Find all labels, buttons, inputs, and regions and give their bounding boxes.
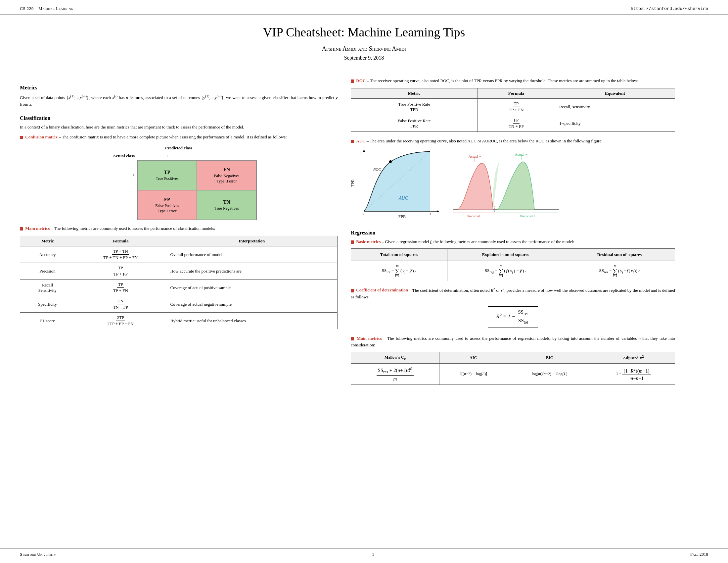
cell-fp-label: FP xyxy=(164,196,170,203)
header-course: CS 229 – Machine Learning xyxy=(20,6,73,11)
formula-adj-r2: 1 − (1−R2)(m−1) m−n−1 xyxy=(592,364,675,385)
formula-fpr: FP TN + FP xyxy=(478,115,555,132)
predicted-pos-label: Predicted + xyxy=(520,214,535,218)
roc-table-metric: Metric xyxy=(351,88,478,99)
tpr-axis-label: TPR xyxy=(351,179,355,187)
predicted-neg-label: Predicted − xyxy=(467,214,482,218)
bottom-metrics-table: Mallow's Cp AIC BIC Adjusted R2 SSres + … xyxy=(351,352,675,385)
distribution-chart: Actual − Actual + Predicted − Predi xyxy=(450,148,563,222)
predicted-class-label: Predicted class xyxy=(20,145,338,151)
formula-bic: log(m)(n+2) − 2log(L) xyxy=(507,364,592,385)
coeff-intro: Coefficient of determination – The coeff… xyxy=(351,286,675,301)
roc-curve-svg: TPR FPR 0 1 1 xyxy=(351,148,443,221)
bottom-header-bic: BIC xyxy=(507,352,592,364)
confusion-matrix-icon xyxy=(20,136,23,139)
formula-tpr: TP TP + FN xyxy=(478,99,555,115)
cell-fp-sub1: False Positives xyxy=(155,203,179,209)
predicted-class-text: Predicted class xyxy=(165,145,192,150)
footer: Stanford University 1 Fall 2018 xyxy=(0,548,728,563)
main-metrics-term: Main metrics xyxy=(25,226,50,231)
auc-desc: – The area under the receiving operating… xyxy=(367,138,603,143)
metrics-para: Given a set of data points {x(1),...,x(m… xyxy=(20,93,338,108)
basic-metrics-desc: – Given a regression model f, the follow… xyxy=(382,239,574,244)
cell-fn: FN False Negatives Type II error xyxy=(197,160,256,190)
main-metrics2-desc: – The following metrics are commonly use… xyxy=(351,336,675,348)
cell-tn-label: TN xyxy=(223,199,230,206)
table-row: False Positive RateFPR FP TN + FP 1-spec… xyxy=(351,115,675,132)
roc-table-formula: Formula xyxy=(478,88,555,99)
footer-semester: Fall 2018 xyxy=(690,552,708,557)
auc-section: AUC – The area under the receiving opera… xyxy=(351,138,675,222)
metric-accuracy: Accuracy xyxy=(20,246,75,263)
table-row: Precision TP TP + FP How accurate the po… xyxy=(20,263,338,279)
basic-metrics-icon xyxy=(351,240,354,244)
header: CS 229 – Machine Learning https://stanfo… xyxy=(0,0,728,15)
formula-aic: 2[(n+2) − log(L)] xyxy=(439,364,507,385)
footer-page-number: 1 xyxy=(372,552,374,557)
actual-class-label: Actual class xyxy=(113,153,135,159)
formula-f1: 2TP 2TP + FP + FN xyxy=(75,313,166,329)
auc-area-label: AUC xyxy=(398,196,408,201)
table-row: Accuracy TP + TN TP + TN + FP + FN Overa… xyxy=(20,246,338,263)
auc-term: AUC xyxy=(356,138,365,143)
coeff-term: Coefficient of determination xyxy=(356,288,408,293)
svg-point-5 xyxy=(389,160,392,163)
main-metrics-icon xyxy=(20,227,23,230)
metric-precision: Precision xyxy=(20,263,75,279)
auc-intro: AUC – The area under the receiving opera… xyxy=(351,138,675,144)
classification-metrics-table: Metric Formula Interpretation Accuracy T… xyxy=(20,236,338,329)
roc-table-equivalent: Equivalent xyxy=(555,88,675,99)
cell-tp: TP True Positives xyxy=(137,160,197,190)
interpretation-f1: Hybrid metric useful for unbalanced clas… xyxy=(166,313,338,329)
table-row: True Positive RateTPR TP TP + FN Recall,… xyxy=(351,99,675,115)
cell-tp-label: TP xyxy=(164,169,170,176)
metric-recall: RecallSensitivity xyxy=(20,279,75,296)
roc-icon xyxy=(351,79,354,83)
cell-tp-sub: True Positives xyxy=(156,176,179,181)
svg-marker-2 xyxy=(437,210,439,212)
main-metrics2-term: Main metrics xyxy=(357,336,382,341)
r2-formula-box: R2 = 1 − SSres SStot xyxy=(488,306,538,328)
interpretation-recall: Coverage of actual positive sample xyxy=(166,279,338,296)
confusion-matrix-intro: Confusion matrix – The confusion matrix … xyxy=(20,134,338,140)
table-row: Specificity TN TN + FP Coverage of actua… xyxy=(20,296,338,313)
cell-fp-sub2: Type I error xyxy=(158,208,176,214)
r2-formula-container: R2 = 1 − SSres SStot xyxy=(351,304,675,331)
equivalent-fpr: 1-specificity xyxy=(555,115,675,132)
right-column: ROC – The receiver operating curve, also… xyxy=(351,77,675,391)
header-url: https://stanford.edu/~shervine xyxy=(631,6,708,11)
metrics-section-title: Metrics xyxy=(20,85,338,91)
one-y-label: 1 xyxy=(359,150,361,154)
svg-marker-3 xyxy=(363,149,365,152)
predicted-minus-label: − xyxy=(197,154,256,159)
main-metrics-desc: – The following metrics are commonly use… xyxy=(51,226,215,231)
table-row: RecallSensitivity TP TP + FN Coverage of… xyxy=(20,279,338,296)
title-section: VIP Cheatsheet: Machine Learning Tips Af… xyxy=(0,15,728,71)
cell-tn: TN True Negatives xyxy=(197,190,256,220)
distribution-svg: Actual − Actual + Predicted − Predi xyxy=(450,148,563,221)
metric-tpr: True Positive RateTPR xyxy=(351,99,478,115)
footer-university: Stanford University xyxy=(20,552,56,557)
confusion-matrix-desc: – The confusion matrix is used to have a… xyxy=(59,134,287,139)
actual-pos-label: Actual + xyxy=(515,152,527,156)
formula-rss: SSres = m ∑ i=1 (yi − f(xi))2 xyxy=(564,261,675,281)
interpretation-accuracy: Overall performance of model xyxy=(166,246,338,263)
formula-cp: SSres + 2(n+1)σ̂2 m xyxy=(351,364,439,385)
formula-recall: TP TP + FN xyxy=(75,279,166,296)
interpretation-specificity: Coverage of actual negative sample xyxy=(166,296,338,313)
cell-tn-sub: True Negatives xyxy=(214,206,239,211)
confusion-grid: TP True Positives FN False Negatives Typ… xyxy=(137,160,257,220)
table-header-interpretation: Interpretation xyxy=(166,236,338,246)
roc-section: ROC – The receiver operating curve, also… xyxy=(351,77,675,132)
metric-fpr: False Positive RateFPR xyxy=(351,115,478,132)
cell-fp: FP False Positives Type I error xyxy=(137,190,197,220)
zero-label: 0 xyxy=(362,212,364,216)
cell-fn-label: FN xyxy=(223,166,230,173)
one-x-label: 1 xyxy=(429,212,431,216)
page-title: VIP Cheatsheet: Machine Learning Tips xyxy=(0,25,728,39)
reg-header-ess: Explained sum of squares xyxy=(447,249,564,261)
main-content: Metrics Given a set of data points {x(1)… xyxy=(0,71,728,417)
regression-metrics-table: Total sum of squares Explained sum of sq… xyxy=(351,248,675,281)
formula-ess: SSreg = m ∑ i=1 (f(xi) − ȳ)2 xyxy=(447,261,564,281)
formula-tss: SStot = m ∑ i=1 (yi − ȳ)2 xyxy=(351,261,447,281)
